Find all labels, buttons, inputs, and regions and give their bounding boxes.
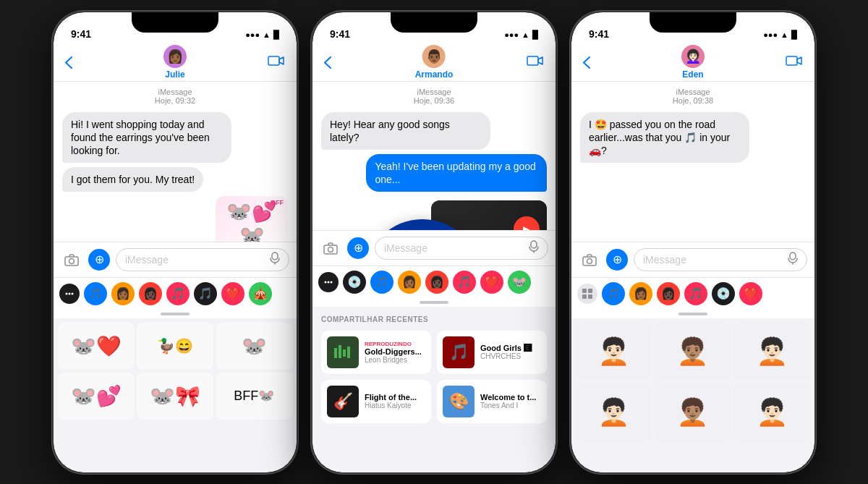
share-item-1[interactable]: REPRODUZINDO Gold-Diggers... Leon Bridge…: [321, 331, 431, 374]
wifi-icon-2: ▲: [522, 30, 529, 39]
message-input-3[interactable]: iMessage: [634, 248, 807, 271]
svg-rect-28: [334, 348, 337, 358]
share-item-3[interactable]: 🎸 Flight of the... Hiatus Kaiyote: [321, 380, 431, 423]
video-button-2[interactable]: [527, 53, 544, 72]
video-button-3[interactable]: [786, 53, 803, 72]
contact-info-1[interactable]: 👩🏾 Julie: [163, 45, 187, 80]
app-icon-sticker-2[interactable]: 🐭: [508, 271, 531, 294]
app-icon-audio-2[interactable]: 🎵: [370, 271, 393, 294]
share-title-2: COMPARTILHAR RECENTES: [321, 315, 547, 323]
share-artist-2: CHVRCHES: [480, 352, 541, 360]
svg-rect-23: [531, 241, 537, 248]
messages-2: iMessage Hoje, 09:36 Hey! Hear any good …: [312, 82, 556, 230]
signal-icon-3: ●●●: [763, 30, 778, 39]
sticker-3[interactable]: 🐭: [216, 323, 292, 370]
sticker-5[interactable]: 🐭🎀: [137, 373, 213, 420]
camera-button-1[interactable]: [61, 249, 82, 271]
back-button-2[interactable]: [324, 56, 331, 69]
app-icon-vinyl-3[interactable]: 💿: [712, 282, 735, 305]
app-selector-1[interactable]: [59, 284, 80, 304]
status-icons-2: ●●● ▲ ▉: [504, 30, 538, 40]
app-icon-3-1[interactable]: 👩🏿: [139, 282, 162, 305]
sticker-4[interactable]: 🐭💕: [58, 373, 134, 420]
app-icon-music-1[interactable]: 🎵: [166, 282, 190, 305]
contact-info-3[interactable]: 👩🏻‍🦱 Eden: [681, 45, 705, 80]
input-area-2: ⊕ iMessage: [312, 230, 556, 266]
app-icon-music-2[interactable]: 🎵: [453, 271, 476, 294]
app-icon-memoji-2[interactable]: 👩🏾: [398, 271, 421, 294]
screen-1: 9:41 ●●● ▲ ▉ 👩🏾 Julie: [54, 12, 297, 472]
app-icon-music-3[interactable]: 🎵: [684, 282, 707, 305]
svg-rect-37: [582, 289, 587, 293]
messages-3: iMessage Hoje, 09:38 I 🤩 passed you on t…: [571, 82, 814, 242]
album-art-1: [327, 336, 359, 368]
app-row-1: 🎵 👩🏾 👩🏿 🎵 🎵 ❤️ 🎪: [54, 277, 297, 310]
sticker-container-1: 🐭💕🐭 BFF Entregue: [62, 196, 288, 241]
share-info-1: REPRODUZINDO Gold-Diggers... Leon Bridge…: [365, 341, 425, 364]
apps-button-2[interactable]: ⊕: [347, 237, 369, 259]
share-item-4[interactable]: 🎨 Welcome to t... Tones And I: [437, 380, 547, 423]
app-icon-memoji-3[interactable]: 👩🏾: [629, 282, 652, 305]
message-input-1[interactable]: iMessage: [116, 248, 289, 271]
memoji-5[interactable]: 🧑🏽‍🦱: [655, 383, 731, 441]
svg-rect-39: [582, 294, 587, 299]
svg-point-34: [587, 258, 592, 263]
app-icon-vinyl-2[interactable]: 💿: [343, 271, 366, 294]
contact-info-2[interactable]: 👨🏾 Armando: [415, 45, 454, 80]
app-icon-memoji-1[interactable]: 👩🏾: [111, 282, 135, 305]
sticker-2[interactable]: 🦆😄: [137, 323, 213, 370]
input-placeholder-3: iMessage: [643, 254, 686, 266]
scroll-indicator-2: [420, 301, 448, 304]
timestamp-2: iMessage Hoje, 09:36: [321, 88, 547, 105]
notch-1: [132, 12, 218, 33]
memoji-1[interactable]: 🧑🏻‍🦱: [576, 323, 652, 381]
camera-button-2[interactable]: [320, 237, 341, 259]
svg-rect-38: [588, 289, 592, 293]
share-song-4: Welcome to t...: [480, 393, 541, 402]
time-2: 9:41: [330, 28, 350, 40]
album-art-4: 🎨: [443, 386, 475, 417]
back-button-1[interactable]: [65, 56, 72, 69]
svg-point-7: [72, 292, 74, 294]
svg-point-27: [331, 281, 333, 283]
app-icon-3-3[interactable]: 👩🏿: [657, 282, 680, 305]
memoji-6[interactable]: 🧑🏻‍🦱: [734, 383, 810, 441]
contact-avatar-1: 👩🏾: [163, 45, 187, 68]
share-info-3: Flight of the... Hiatus Kaiyote: [365, 393, 425, 409]
timestamp-1: iMessage Hoje, 09:32: [62, 88, 288, 105]
svg-rect-30: [343, 349, 346, 357]
memoji-3[interactable]: 🧑🏻‍🦱: [734, 323, 810, 381]
app-icon-vinyl-1[interactable]: 🎵: [194, 282, 217, 305]
phone-2: 9:41 ●●● ▲ ▉ 👨🏾 Armando: [311, 11, 557, 474]
play-button-2[interactable]: ▶: [514, 216, 540, 229]
camera-button-3[interactable]: [579, 249, 600, 271]
apps-button-1[interactable]: ⊕: [88, 249, 110, 271]
message-input-2[interactable]: iMessage: [375, 237, 548, 260]
timestamp-3: iMessage Hoje, 09:38: [580, 88, 806, 105]
sticker-1[interactable]: 🐭❤️: [58, 323, 134, 370]
app-icon-audio-1[interactable]: 🎵: [84, 282, 107, 305]
app-icon-3-2[interactable]: 👩🏿: [425, 271, 448, 294]
app-icon-heart-1[interactable]: ❤️: [221, 282, 244, 305]
mic-icon-3: [788, 252, 798, 267]
app-icon-audio-3[interactable]: 🎵: [602, 282, 625, 305]
apps-button-3[interactable]: ⊕: [606, 249, 628, 271]
svg-rect-32: [786, 56, 797, 65]
app-row-2: 💿 🎵 👩🏾 👩🏿 🎵 ❤️ 🐭: [312, 266, 556, 298]
album-art-3: 🎸: [327, 386, 359, 417]
app-icon-heart-2[interactable]: ❤️: [480, 271, 503, 294]
back-button-3[interactable]: [583, 56, 590, 69]
memoji-4[interactable]: 🧑🏻‍🦱: [576, 383, 652, 441]
share-item-2[interactable]: 🎵 Good Girls 🅴 CHVRCHES: [437, 331, 547, 374]
input-area-3: ⊕ iMessage: [571, 242, 814, 277]
share-song-3: Flight of the...: [365, 393, 425, 402]
video-button-1[interactable]: [268, 53, 285, 72]
memoji-2[interactable]: 🧑🏽‍🦱: [655, 323, 731, 381]
share-info-2: Good Girls 🅴 CHVRCHES: [480, 344, 541, 360]
app-selector-2[interactable]: [318, 272, 339, 292]
nav-bar-2: 👨🏾 Armando: [312, 44, 556, 82]
sticker-6[interactable]: BFF🐭: [216, 373, 292, 420]
app-selector-3[interactable]: [577, 284, 597, 304]
app-icon-heart-3[interactable]: ❤️: [739, 282, 762, 305]
app-icon-sticker-1[interactable]: 🎪: [249, 282, 272, 305]
